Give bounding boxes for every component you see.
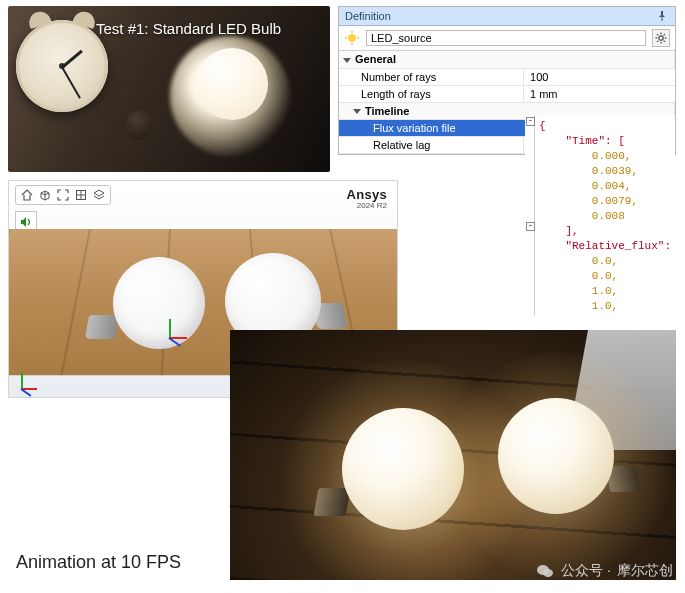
fold-toggle-icon[interactable]: -	[526, 222, 535, 231]
prop-label: Length of rays	[339, 85, 524, 102]
json-token: "Time": [	[565, 135, 624, 147]
transform-gizmo[interactable]	[169, 337, 170, 338]
fold-gutter: - -	[525, 115, 535, 315]
source-name-input[interactable]	[366, 30, 646, 46]
bulb-socket	[314, 488, 351, 516]
definition-panel-title: Definition	[345, 10, 391, 22]
json-token: 0.000,	[592, 150, 632, 162]
json-token: 0.008	[592, 210, 625, 222]
expand-icon[interactable]	[55, 187, 71, 203]
svg-line-13	[664, 34, 665, 35]
json-token: 1.0,	[592, 300, 618, 312]
pin-icon[interactable]	[655, 9, 669, 23]
watermark-name: 摩尔芯创	[617, 562, 673, 580]
viewport-bulb[interactable]	[113, 257, 205, 349]
json-token: {	[539, 120, 546, 132]
wechat-icon	[535, 561, 555, 581]
chevron-down-icon	[343, 58, 351, 63]
json-token: 0.0079,	[592, 195, 638, 207]
home-icon[interactable]	[19, 187, 35, 203]
fold-toggle-icon[interactable]: -	[526, 117, 535, 126]
prop-label: Relative lag	[339, 136, 524, 153]
group-general-label: General	[355, 53, 396, 65]
json-token: 0.0,	[592, 270, 618, 282]
grid-icon[interactable]	[73, 187, 89, 203]
svg-rect-0	[662, 17, 663, 21]
json-editor[interactable]: - - { "Time": [ 0.000, 0.0039, 0.004, 0.…	[525, 115, 675, 315]
prop-row-len-rays[interactable]: Length of rays 1 mm	[339, 85, 675, 102]
alarm-clock	[16, 20, 108, 112]
cube-icon[interactable]	[37, 187, 53, 203]
json-token: 0.0039,	[592, 165, 638, 177]
axis-triad[interactable]	[21, 388, 22, 389]
svg-point-1	[348, 34, 356, 42]
prop-value[interactable]: 100	[524, 68, 675, 85]
ansys-logo: Ansys	[346, 187, 387, 202]
definition-panel-header[interactable]: Definition	[339, 7, 675, 26]
svg-line-14	[657, 41, 658, 42]
svg-line-12	[664, 41, 665, 42]
animation-caption: Animation at 10 FPS	[16, 552, 181, 573]
rendered-bulb	[342, 408, 464, 530]
json-token: 0.0,	[592, 255, 618, 267]
layers-icon[interactable]	[91, 187, 107, 203]
led-test-photo: Test #1: Standard LED Bulb	[8, 6, 330, 172]
watermark-prefix: 公众号 ·	[561, 562, 611, 580]
svg-line-11	[657, 34, 658, 35]
svg-point-19	[543, 569, 553, 577]
group-timeline-label: Timeline	[365, 105, 409, 117]
group-general[interactable]: General	[339, 51, 675, 68]
json-token: 0.004,	[592, 180, 632, 192]
bulb-socket	[85, 315, 119, 339]
json-token: 1.0,	[592, 285, 618, 297]
chevron-down-icon	[353, 109, 361, 114]
json-token: ],	[565, 225, 578, 237]
photo-caption: Test #1: Standard LED Bulb	[96, 20, 281, 37]
watermark: 公众号 · 摩尔芯创	[535, 561, 673, 581]
prop-row-num-rays[interactable]: Number of rays 100	[339, 68, 675, 85]
rendered-bulb	[498, 398, 614, 514]
prop-label: Flux variation file	[339, 119, 524, 136]
prop-value[interactable]: 1 mm	[524, 85, 675, 102]
small-object	[126, 110, 152, 140]
led-bulb	[196, 48, 268, 120]
settings-button[interactable]	[652, 29, 670, 47]
rendered-output	[230, 330, 676, 580]
json-token: "Relative_flux": [	[565, 240, 675, 252]
viewport-toolbar	[15, 185, 111, 205]
svg-point-6	[659, 36, 663, 40]
prop-label: Number of rays	[339, 68, 524, 85]
ansys-version: 2024 R2	[357, 201, 387, 210]
light-source-icon	[344, 30, 360, 46]
